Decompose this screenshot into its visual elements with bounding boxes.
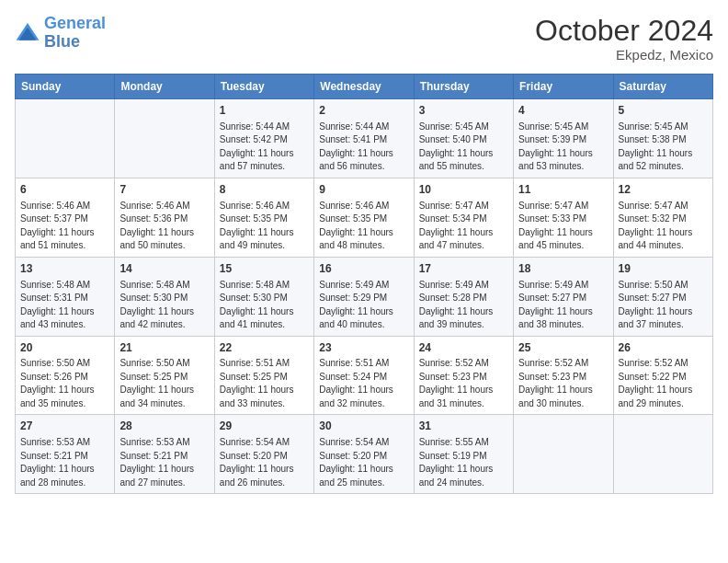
calendar-cell: 17Sunrise: 5:49 AM Sunset: 5:28 PM Dayli… <box>414 257 513 336</box>
day-number: 22 <box>220 340 309 356</box>
calendar-cell: 21Sunrise: 5:50 AM Sunset: 5:25 PM Dayli… <box>115 336 214 415</box>
calendar-cell: 14Sunrise: 5:48 AM Sunset: 5:30 PM Dayli… <box>115 257 214 336</box>
day-info: Sunrise: 5:46 AM Sunset: 5:35 PM Dayligh… <box>220 200 309 253</box>
weekday-header-thursday: Thursday <box>414 75 513 99</box>
day-info: Sunrise: 5:47 AM Sunset: 5:34 PM Dayligh… <box>419 200 508 253</box>
calendar-cell: 8Sunrise: 5:46 AM Sunset: 5:35 PM Daylig… <box>214 178 313 257</box>
day-number: 5 <box>619 103 708 119</box>
week-row-4: 20Sunrise: 5:50 AM Sunset: 5:26 PM Dayli… <box>16 336 713 415</box>
day-number: 14 <box>119 261 209 277</box>
day-number: 7 <box>119 182 209 198</box>
day-info: Sunrise: 5:51 AM Sunset: 5:25 PM Dayligh… <box>220 357 309 410</box>
day-info: Sunrise: 5:44 AM Sunset: 5:41 PM Dayligh… <box>319 121 408 174</box>
day-number: 10 <box>419 182 508 198</box>
calendar-cell: 9Sunrise: 5:46 AM Sunset: 5:35 PM Daylig… <box>314 178 414 257</box>
calendar-cell: 7Sunrise: 5:46 AM Sunset: 5:36 PM Daylig… <box>115 178 214 257</box>
calendar-cell: 3Sunrise: 5:45 AM Sunset: 5:40 PM Daylig… <box>414 99 513 178</box>
calendar-cell: 25Sunrise: 5:52 AM Sunset: 5:23 PM Dayli… <box>514 336 613 415</box>
week-row-2: 6Sunrise: 5:46 AM Sunset: 5:37 PM Daylig… <box>16 178 713 257</box>
calendar-cell: 22Sunrise: 5:51 AM Sunset: 5:25 PM Dayli… <box>214 336 313 415</box>
day-info: Sunrise: 5:50 AM Sunset: 5:25 PM Dayligh… <box>119 357 209 410</box>
day-info: Sunrise: 5:46 AM Sunset: 5:37 PM Dayligh… <box>20 200 109 253</box>
day-number: 27 <box>20 419 109 434</box>
day-info: Sunrise: 5:46 AM Sunset: 5:35 PM Dayligh… <box>319 200 408 253</box>
day-info: Sunrise: 5:55 AM Sunset: 5:19 PM Dayligh… <box>419 436 508 489</box>
logo-icon <box>15 20 40 46</box>
day-info: Sunrise: 5:52 AM Sunset: 5:22 PM Dayligh… <box>619 357 708 410</box>
calendar-cell: 16Sunrise: 5:49 AM Sunset: 5:29 PM Dayli… <box>314 257 414 336</box>
day-info: Sunrise: 5:51 AM Sunset: 5:24 PM Dayligh… <box>319 357 408 410</box>
day-number: 1 <box>220 103 309 119</box>
calendar-cell: 20Sunrise: 5:50 AM Sunset: 5:26 PM Dayli… <box>16 336 115 415</box>
day-info: Sunrise: 5:48 AM Sunset: 5:30 PM Dayligh… <box>220 279 309 332</box>
calendar-table: SundayMondayTuesdayWednesdayThursdayFrid… <box>15 74 713 494</box>
day-info: Sunrise: 5:50 AM Sunset: 5:26 PM Dayligh… <box>20 357 109 410</box>
day-info: Sunrise: 5:45 AM Sunset: 5:40 PM Dayligh… <box>419 121 508 174</box>
day-number: 28 <box>119 419 209 434</box>
day-number: 15 <box>220 261 309 277</box>
day-info: Sunrise: 5:53 AM Sunset: 5:21 PM Dayligh… <box>119 436 209 489</box>
day-info: Sunrise: 5:54 AM Sunset: 5:20 PM Dayligh… <box>319 436 408 489</box>
day-info: Sunrise: 5:46 AM Sunset: 5:36 PM Dayligh… <box>119 200 209 253</box>
weekday-header-row: SundayMondayTuesdayWednesdayThursdayFrid… <box>16 75 713 99</box>
location: Ekpedz, Mexico <box>535 47 713 63</box>
logo: General Blue <box>15 15 106 52</box>
day-number: 18 <box>518 261 608 277</box>
day-number: 16 <box>319 261 408 277</box>
day-info: Sunrise: 5:44 AM Sunset: 5:42 PM Dayligh… <box>220 121 309 174</box>
day-number: 21 <box>119 340 209 356</box>
weekday-header-wednesday: Wednesday <box>314 75 414 99</box>
weekday-header-saturday: Saturday <box>613 75 712 99</box>
weekday-header-friday: Friday <box>514 75 613 99</box>
calendar-cell: 27Sunrise: 5:53 AM Sunset: 5:21 PM Dayli… <box>16 415 115 494</box>
day-number: 4 <box>518 103 608 119</box>
weekday-header-monday: Monday <box>115 75 214 99</box>
day-number: 29 <box>220 419 309 434</box>
calendar-cell: 5Sunrise: 5:45 AM Sunset: 5:38 PM Daylig… <box>613 99 712 178</box>
logo-text: General Blue <box>44 15 106 52</box>
calendar-cell: 2Sunrise: 5:44 AM Sunset: 5:41 PM Daylig… <box>314 99 414 178</box>
day-info: Sunrise: 5:49 AM Sunset: 5:29 PM Dayligh… <box>319 279 408 332</box>
calendar-cell: 31Sunrise: 5:55 AM Sunset: 5:19 PM Dayli… <box>414 415 513 494</box>
calendar-cell: 10Sunrise: 5:47 AM Sunset: 5:34 PM Dayli… <box>414 178 513 257</box>
calendar-cell: 12Sunrise: 5:47 AM Sunset: 5:32 PM Dayli… <box>613 178 712 257</box>
day-number: 2 <box>319 103 408 119</box>
calendar-cell <box>613 415 712 494</box>
day-info: Sunrise: 5:48 AM Sunset: 5:30 PM Dayligh… <box>119 279 209 332</box>
week-row-3: 13Sunrise: 5:48 AM Sunset: 5:31 PM Dayli… <box>16 257 713 336</box>
calendar-cell: 13Sunrise: 5:48 AM Sunset: 5:31 PM Dayli… <box>16 257 115 336</box>
logo-blue: Blue <box>44 32 80 51</box>
day-number: 25 <box>518 340 608 356</box>
calendar-cell: 18Sunrise: 5:49 AM Sunset: 5:27 PM Dayli… <box>514 257 613 336</box>
day-number: 31 <box>419 419 508 434</box>
calendar-cell: 24Sunrise: 5:52 AM Sunset: 5:23 PM Dayli… <box>414 336 513 415</box>
day-info: Sunrise: 5:54 AM Sunset: 5:20 PM Dayligh… <box>220 436 309 489</box>
day-number: 3 <box>419 103 508 119</box>
day-info: Sunrise: 5:52 AM Sunset: 5:23 PM Dayligh… <box>419 357 508 410</box>
calendar-cell <box>514 415 613 494</box>
day-number: 9 <box>319 182 408 198</box>
day-info: Sunrise: 5:45 AM Sunset: 5:39 PM Dayligh… <box>518 121 608 174</box>
day-info: Sunrise: 5:47 AM Sunset: 5:32 PM Dayligh… <box>619 200 708 253</box>
page-header: General Blue October 2024 Ekpedz, Mexico <box>15 15 713 63</box>
day-number: 19 <box>619 261 708 277</box>
day-info: Sunrise: 5:47 AM Sunset: 5:33 PM Dayligh… <box>518 200 608 253</box>
day-number: 23 <box>319 340 408 356</box>
day-number: 6 <box>20 182 109 198</box>
day-number: 11 <box>518 182 608 198</box>
calendar-cell: 23Sunrise: 5:51 AM Sunset: 5:24 PM Dayli… <box>314 336 414 415</box>
calendar-cell: 15Sunrise: 5:48 AM Sunset: 5:30 PM Dayli… <box>214 257 313 336</box>
day-number: 26 <box>619 340 708 356</box>
day-number: 13 <box>20 261 109 277</box>
calendar-cell: 26Sunrise: 5:52 AM Sunset: 5:22 PM Dayli… <box>613 336 712 415</box>
day-number: 30 <box>319 419 408 434</box>
week-row-1: 1Sunrise: 5:44 AM Sunset: 5:42 PM Daylig… <box>16 99 713 178</box>
day-info: Sunrise: 5:50 AM Sunset: 5:27 PM Dayligh… <box>619 279 708 332</box>
day-info: Sunrise: 5:48 AM Sunset: 5:31 PM Dayligh… <box>20 279 109 332</box>
calendar-cell: 30Sunrise: 5:54 AM Sunset: 5:20 PM Dayli… <box>314 415 414 494</box>
title-area: October 2024 Ekpedz, Mexico <box>535 15 713 63</box>
calendar-cell: 6Sunrise: 5:46 AM Sunset: 5:37 PM Daylig… <box>16 178 115 257</box>
calendar-cell: 1Sunrise: 5:44 AM Sunset: 5:42 PM Daylig… <box>214 99 313 178</box>
day-info: Sunrise: 5:49 AM Sunset: 5:28 PM Dayligh… <box>419 279 508 332</box>
logo-general: General <box>44 14 106 32</box>
